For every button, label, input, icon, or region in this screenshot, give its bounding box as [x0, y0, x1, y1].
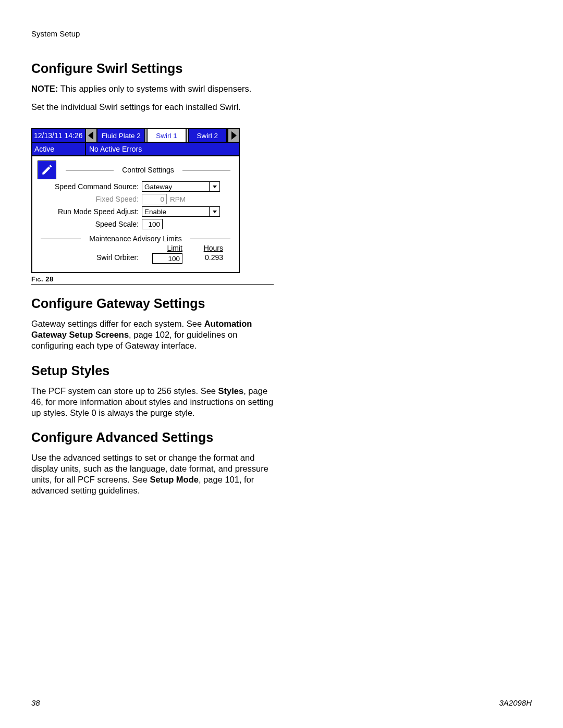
datetime-cell: 12/13/11 14:26: [32, 129, 86, 142]
panel-topbar: 12/13/11 14:26 Fluid Plate 2 Swirl 1 Swi…: [32, 129, 239, 143]
styles-title: Setup Styles: [31, 363, 274, 378]
arrow-left-icon: [86, 130, 96, 141]
control-panel: 12/13/11 14:26 Fluid Plate 2 Swirl 1 Swi…: [31, 128, 240, 273]
run-mode-value: Enable: [142, 206, 210, 217]
note-label: NOTE:: [31, 84, 58, 93]
advanced-title: Configure Advanced Settings: [31, 430, 274, 445]
arrow-right-icon: [228, 130, 239, 141]
status-left: Active: [32, 143, 86, 155]
col-hours: Hours: [182, 244, 223, 252]
chevron-down-icon: [212, 184, 217, 189]
page-footer: 38 3A2098H: [31, 698, 532, 707]
section1-line-right: [182, 170, 230, 170]
advisory-header-row: Limit Hours: [38, 244, 234, 252]
styles-para: The PCF system can store up to 256 style…: [31, 386, 274, 418]
chevron-down-icon: [212, 209, 217, 214]
styles-bold: Styles: [218, 386, 244, 396]
fixed-speed-unit: RPM: [167, 195, 186, 203]
speed-cmd-row: Speed Command Source: Gateway: [38, 181, 234, 192]
section1-row: Control Settings: [38, 161, 234, 179]
advisory-blank: [38, 244, 142, 252]
tab-prev[interactable]: Fluid Plate 2: [97, 129, 145, 142]
speed-cmd-dropdown[interactable]: Gateway: [142, 181, 220, 192]
note-text: This applies only to systems with swirl …: [58, 84, 251, 93]
advanced-para: Use the advanced settings to set or chan…: [31, 452, 274, 496]
run-mode-dropdown[interactable]: Enable: [142, 206, 220, 217]
page-header: System Setup: [31, 29, 532, 38]
run-mode-label: Run Mode Speed Adjust:: [38, 207, 142, 216]
section2-line-left: [41, 239, 81, 239]
pencil-icon: [40, 163, 54, 177]
col-limit: Limit: [142, 244, 182, 252]
orbiter-label: Swirl Orbiter:: [38, 253, 142, 264]
figure-caption-wrap: Fig. 28: [31, 275, 274, 285]
fixed-speed-label: Fixed Speed:: [38, 195, 142, 203]
section2-line-right: [190, 239, 230, 239]
gateway-text-a: Gateway settings differ for each system.…: [31, 319, 204, 328]
speed-scale-value[interactable]: 100: [142, 219, 163, 229]
fixed-speed-row: Fixed Speed: 0 RPM: [38, 194, 234, 204]
speed-cmd-dropdown-btn[interactable]: [210, 181, 220, 192]
page-number: 38: [31, 698, 40, 707]
speed-scale-row: Speed Scale: 100: [38, 219, 234, 229]
edit-icon-box[interactable]: [38, 161, 56, 179]
panel-statusbar: Active No Active Errors: [32, 143, 239, 156]
tab-active[interactable]: Swirl 1: [146, 129, 186, 142]
doc-id: 3A2098H: [499, 698, 532, 707]
section1-title: Control Settings: [117, 166, 179, 174]
figure-caption: Fig. 28: [31, 275, 274, 283]
swirl-para2: Set the individual Swirl settings for ea…: [31, 102, 274, 113]
orbiter-row: Swirl Orbiter: 100 0.293: [38, 253, 234, 264]
tab-next[interactable]: Swirl 2: [188, 129, 227, 142]
swirl-title: Configure Swirl Settings: [31, 61, 274, 76]
section1-line-left: [66, 170, 114, 170]
swirl-note: NOTE: This applies only to systems with …: [31, 83, 274, 94]
styles-text-a: The PCF system can store up to 256 style…: [31, 386, 218, 396]
gateway-title: Configure Gateway Settings: [31, 296, 274, 311]
section2-title: Maintenance Advisory Limits: [84, 235, 187, 243]
panel-body: Control Settings Speed Command Source: G…: [32, 156, 239, 272]
speed-cmd-label: Speed Command Source:: [38, 182, 142, 191]
section2-row: Maintenance Advisory Limits: [38, 235, 234, 243]
orbiter-limit-value[interactable]: 100: [152, 253, 182, 264]
advanced-bold: Setup Mode: [150, 475, 199, 484]
status-right: No Active Errors: [86, 143, 239, 155]
main-column: Configure Swirl Settings NOTE: This appl…: [31, 61, 274, 496]
orbiter-hours-value: 0.293: [182, 253, 223, 264]
speed-cmd-value: Gateway: [142, 181, 210, 192]
nav-left-button[interactable]: [86, 129, 97, 142]
speed-scale-label: Speed Scale:: [38, 220, 142, 228]
nav-right-button[interactable]: [227, 129, 239, 142]
fixed-speed-value: 0: [142, 194, 167, 204]
gateway-para: Gateway settings differ for each system.…: [31, 318, 274, 351]
run-mode-row: Run Mode Speed Adjust: Enable: [38, 206, 234, 217]
run-mode-dropdown-btn[interactable]: [210, 206, 220, 217]
